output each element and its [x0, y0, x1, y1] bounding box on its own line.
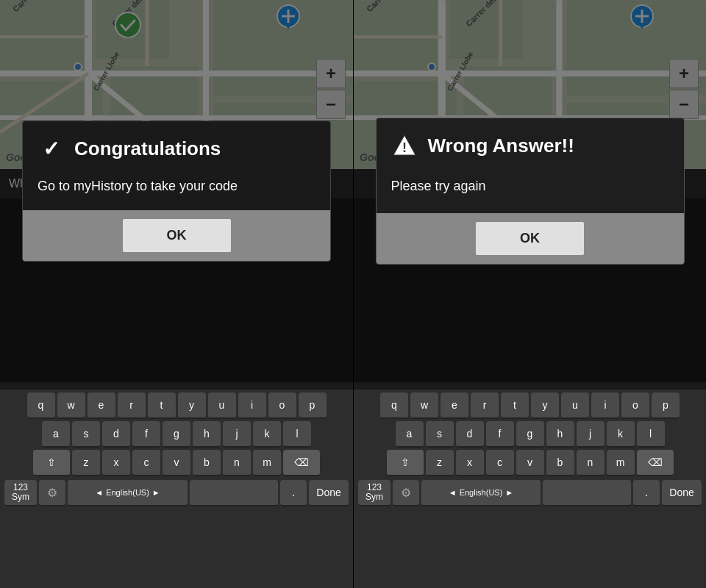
key-w[interactable]: w	[57, 392, 85, 419]
right-period-key[interactable]: .	[633, 480, 660, 506]
right-shift-key[interactable]: ⇧	[387, 450, 424, 476]
right-keyboard: q w e r t y u i o p a s d f g h j k l ⇧ …	[354, 390, 706, 588]
right-key-a[interactable]: a	[396, 421, 424, 448]
success-dialog-header: ✓ Congratulations	[23, 121, 330, 174]
success-dialog-title: Congratulations	[74, 137, 221, 160]
right-key-y[interactable]: y	[531, 392, 559, 419]
right-keyboard-row-4: 123Sym ⚙ ◄English(US)► . Done	[355, 478, 705, 508]
right-settings-key[interactable]: ⚙	[393, 480, 419, 506]
done-key[interactable]: Done	[309, 480, 349, 506]
right-key-t[interactable]: t	[501, 392, 529, 419]
right-key-l[interactable]: l	[637, 421, 665, 448]
success-dialog-body: Go to myHistory to take your code	[23, 174, 330, 210]
settings-key[interactable]: ⚙	[39, 480, 65, 506]
key-u[interactable]: u	[208, 392, 236, 419]
right-key-h[interactable]: h	[546, 421, 574, 448]
right-key-p[interactable]: p	[652, 392, 680, 419]
key-f[interactable]: f	[132, 421, 160, 448]
key-j[interactable]: j	[223, 421, 251, 448]
right-key-123-sym[interactable]: 123Sym	[358, 480, 391, 506]
right-key-v[interactable]: v	[516, 450, 544, 476]
key-p[interactable]: p	[299, 392, 327, 419]
keyboard-row-3: ⇧ z x c v b n m ⌫	[1, 450, 352, 476]
key-e[interactable]: e	[88, 392, 115, 419]
right-key-j[interactable]: j	[577, 421, 605, 448]
key-z[interactable]: z	[72, 450, 100, 476]
right-done-key[interactable]: Done	[662, 480, 702, 506]
right-keyboard-row-2: a s d f g h j k l	[355, 421, 705, 448]
right-key-n[interactable]: n	[577, 450, 605, 476]
right-space-key[interactable]	[543, 480, 631, 506]
right-key-c[interactable]: c	[486, 450, 514, 476]
left-keyboard: q w e r t y u i o p a s d f g h j k l ⇧ …	[0, 390, 353, 588]
key-v[interactable]: v	[163, 450, 190, 476]
success-ok-button[interactable]: OK	[123, 219, 231, 252]
left-panel: Carrer de Muntadas Carrer del Callao Car…	[0, 0, 353, 588]
right-key-q[interactable]: q	[380, 392, 408, 419]
success-dialog: ✓ Congratulations Go to myHistory to tak…	[22, 121, 331, 262]
language-key[interactable]: ◄English(US)►	[68, 480, 188, 506]
keyboard-row-2: a s d f g h j k l	[1, 421, 352, 448]
right-key-k[interactable]: k	[607, 421, 635, 448]
right-key-b[interactable]: b	[546, 450, 574, 476]
warning-icon: !	[391, 133, 418, 159]
key-123-sym[interactable]: 123Sym	[4, 480, 37, 506]
right-key-w[interactable]: w	[410, 392, 438, 419]
key-n[interactable]: n	[223, 450, 251, 476]
right-key-f[interactable]: f	[486, 421, 514, 448]
error-dialog-body: Please try again	[377, 171, 684, 213]
key-b[interactable]: b	[193, 450, 221, 476]
error-dialog-header: ! Wrong Answer!!	[377, 118, 684, 171]
right-key-s[interactable]: s	[426, 421, 454, 448]
right-dialog-overlay: ! Wrong Answer!! Please try again OK	[354, 0, 706, 382]
space-key[interactable]	[190, 480, 278, 506]
right-keyboard-row-3: ⇧ z x c v b n m ⌫	[355, 450, 705, 476]
right-key-g[interactable]: g	[516, 421, 544, 448]
success-dialog-footer: OK	[23, 210, 330, 261]
svg-text:!: !	[402, 140, 407, 155]
checkmark-icon: ✓	[38, 136, 64, 162]
left-dialog-overlay: ✓ Congratulations Go to myHistory to tak…	[0, 0, 353, 382]
error-dialog-title: Wrong Answer!!	[428, 135, 574, 157]
right-key-r[interactable]: r	[471, 392, 499, 419]
key-c[interactable]: c	[132, 450, 160, 476]
key-m[interactable]: m	[253, 450, 281, 476]
keyboard-row-1: q w e r t y u i o p	[1, 392, 352, 419]
shift-key[interactable]: ⇧	[33, 450, 70, 476]
key-r[interactable]: r	[118, 392, 146, 419]
error-dialog: ! Wrong Answer!! Please try again OK	[376, 118, 685, 265]
key-d[interactable]: d	[102, 421, 130, 448]
key-o[interactable]: o	[268, 392, 296, 419]
error-dialog-footer: OK	[377, 213, 684, 264]
right-key-u[interactable]: u	[561, 392, 589, 419]
right-delete-key[interactable]: ⌫	[637, 450, 674, 476]
right-key-d[interactable]: d	[456, 421, 484, 448]
right-panel: Carrer de Muntadas Carrer del Callao Car…	[353, 0, 706, 588]
right-key-z[interactable]: z	[426, 450, 454, 476]
right-key-o[interactable]: o	[621, 392, 649, 419]
key-g[interactable]: g	[163, 421, 190, 448]
key-t[interactable]: t	[148, 392, 176, 419]
error-ok-button[interactable]: OK	[476, 222, 584, 255]
right-language-key[interactable]: ◄English(US)►	[421, 480, 541, 506]
right-key-i[interactable]: i	[591, 392, 619, 419]
key-i[interactable]: i	[238, 392, 266, 419]
key-k[interactable]: k	[253, 421, 281, 448]
keyboard-row-4: 123Sym ⚙ ◄English(US)► . Done	[1, 478, 352, 508]
key-q[interactable]: q	[27, 392, 55, 419]
delete-key[interactable]: ⌫	[283, 450, 320, 476]
key-h[interactable]: h	[193, 421, 221, 448]
key-a[interactable]: a	[42, 421, 70, 448]
key-s[interactable]: s	[72, 421, 100, 448]
right-key-x[interactable]: x	[456, 450, 484, 476]
right-key-m[interactable]: m	[607, 450, 635, 476]
key-y[interactable]: y	[178, 392, 206, 419]
key-x[interactable]: x	[102, 450, 130, 476]
right-key-e[interactable]: e	[441, 392, 468, 419]
right-keyboard-row-1: q w e r t y u i o p	[355, 392, 705, 419]
period-key[interactable]: .	[280, 480, 307, 506]
key-l[interactable]: l	[283, 421, 311, 448]
